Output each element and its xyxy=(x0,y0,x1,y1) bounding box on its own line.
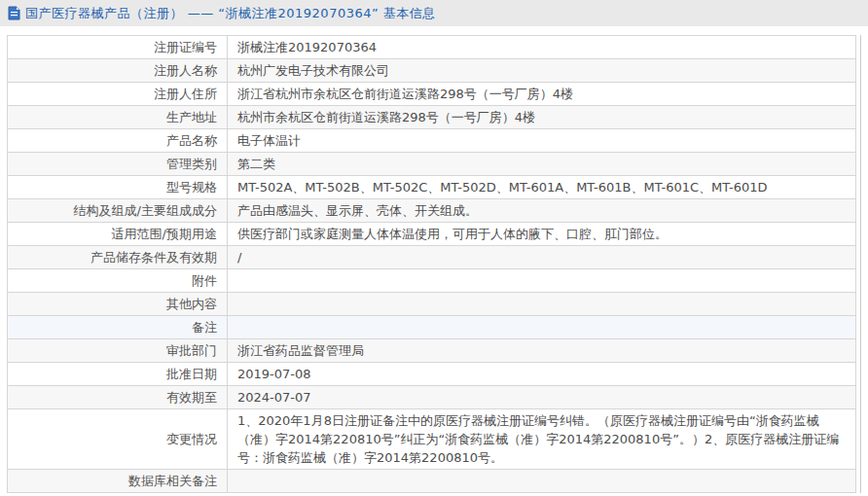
row-label: 注册人住所 xyxy=(8,83,228,106)
row-value: MT-502A、MT-502B、MT-502C、MT-502D、MT-601A、… xyxy=(228,176,856,199)
row-label: 附件 xyxy=(8,269,228,293)
table-row: 审批部门浙江省药品监督管理局 xyxy=(8,339,856,363)
row-value: 1、2020年1月8日注册证备注中的原医疗器械注册证编号纠错。（原医疗器械注册证… xyxy=(228,409,856,470)
row-label: 变更情况 xyxy=(8,409,228,470)
table-row: 管理类别第二类 xyxy=(8,153,856,176)
info-table-container: 注册证编号浙械注准20192070364注册人名称杭州广发电子技术有限公司注册人… xyxy=(7,35,861,493)
row-value: 杭州市余杭区仓前街道运溪路298号（一号厂房）4楼 xyxy=(228,106,856,129)
row-value: / xyxy=(228,246,856,269)
row-label: 生产地址 xyxy=(8,106,228,129)
row-value xyxy=(228,269,856,293)
table-row: 其他内容 xyxy=(8,293,856,316)
table-row: 批准日期2019-07-08 xyxy=(8,363,856,386)
row-value: 电子体温计 xyxy=(228,129,856,153)
table-row: 数据库相关备注 xyxy=(8,470,856,493)
table-row: 备注 xyxy=(8,316,856,339)
row-label: 数据库相关备注 xyxy=(8,470,228,493)
row-value: 浙江省杭州市余杭区仓前街道运溪路298号（一号厂房）4楼 xyxy=(228,83,856,106)
info-table-body: 注册证编号浙械注准20192070364注册人名称杭州广发电子技术有限公司注册人… xyxy=(8,36,856,493)
row-value: 第二类 xyxy=(228,153,856,176)
row-label: 产品名称 xyxy=(8,129,228,153)
table-row: 型号规格MT-502A、MT-502B、MT-502C、MT-502D、MT-6… xyxy=(8,176,856,199)
row-value: 浙械注准20192070364 xyxy=(228,36,856,59)
row-label: 适用范围/预期用途 xyxy=(8,223,228,246)
row-value xyxy=(228,293,856,316)
row-label: 注册人名称 xyxy=(8,59,228,83)
table-row: 注册人名称杭州广发电子技术有限公司 xyxy=(8,59,856,83)
table-row: 注册人住所浙江省杭州市余杭区仓前街道运溪路298号（一号厂房）4楼 xyxy=(8,83,856,106)
row-value xyxy=(228,470,856,493)
table-row: 适用范围/预期用途供医疗部门或家庭测量人体体温使用，可用于人体的腋下、口腔、肛门… xyxy=(8,223,856,246)
table-row: 结构及组成/主要组成成分产品由感温头、显示屏、壳体、开关组成。 xyxy=(8,199,856,223)
row-label: 其他内容 xyxy=(8,293,228,316)
table-row: 产品储存条件及有效期/ xyxy=(8,246,856,269)
row-value: 供医疗部门或家庭测量人体体温使用，可用于人体的腋下、口腔、肛门部位。 xyxy=(228,223,856,246)
row-label: 注册证编号 xyxy=(8,36,228,59)
row-label: 有效期至 xyxy=(8,386,228,409)
header-bar: 国产医疗器械产品（注册） —— “浙械注准20192070364” 基本信息 xyxy=(0,0,868,26)
row-value: 2024-07-07 xyxy=(228,386,856,409)
row-value: 浙江省药品监督管理局 xyxy=(228,339,856,363)
row-value: 2019-07-08 xyxy=(228,363,856,386)
table-row: 附件 xyxy=(8,269,856,293)
info-table: 注册证编号浙械注准20192070364注册人名称杭州广发电子技术有限公司注册人… xyxy=(7,35,856,493)
table-row: 生产地址杭州市余杭区仓前街道运溪路298号（一号厂房）4楼 xyxy=(8,106,856,129)
row-label: 结构及组成/主要组成成分 xyxy=(8,199,228,223)
table-row: 变更情况1、2020年1月8日注册证备注中的原医疗器械注册证编号纠错。（原医疗器… xyxy=(8,409,856,470)
row-label: 型号规格 xyxy=(8,176,228,199)
page-title: 国产医疗器械产品（注册） —— “浙械注准20192070364” 基本信息 xyxy=(25,5,436,22)
row-value: 杭州广发电子技术有限公司 xyxy=(228,59,856,83)
row-value xyxy=(228,316,856,339)
table-row: 注册证编号浙械注准20192070364 xyxy=(8,36,856,59)
row-label: 批准日期 xyxy=(8,363,228,386)
row-label: 产品储存条件及有效期 xyxy=(8,246,228,269)
row-label: 审批部门 xyxy=(8,339,228,363)
row-label: 备注 xyxy=(8,316,228,339)
table-row: 产品名称电子体温计 xyxy=(8,129,856,153)
row-label: 管理类别 xyxy=(8,153,228,176)
table-row: 有效期至2024-07-07 xyxy=(8,386,856,409)
row-value: 产品由感温头、显示屏、壳体、开关组成。 xyxy=(228,199,856,223)
document-icon xyxy=(8,6,20,20)
